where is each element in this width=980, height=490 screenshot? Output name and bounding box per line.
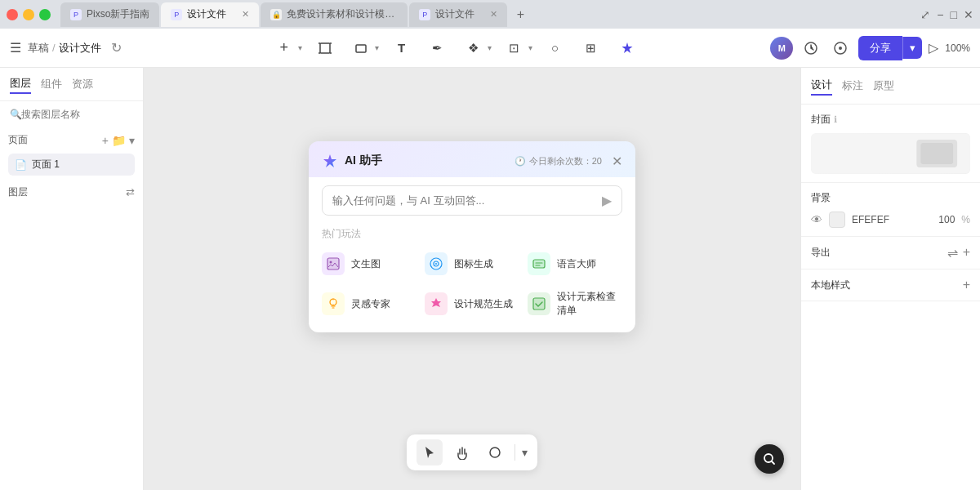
ai-tool-wentu[interactable]: 文生图 (322, 249, 416, 278)
breadcrumb-current[interactable]: 设计文件 (59, 41, 101, 56)
background-title: 背景 (811, 191, 831, 205)
ai-tool-inspiration[interactable]: 灵感专家 (322, 287, 416, 321)
share-dropdown-button[interactable]: ▾ (902, 37, 922, 59)
wentu-icon-svg (326, 256, 341, 271)
icon-gen-icon (425, 252, 448, 275)
rect-tool-button[interactable] (348, 35, 374, 61)
ai-logo-icon (322, 153, 338, 169)
background-color-swatch[interactable] (829, 212, 845, 228)
component-tool-button[interactable]: ❖ (461, 35, 487, 61)
toolbar-separator (514, 444, 515, 461)
search-fab-button[interactable] (755, 444, 784, 474)
ai-tool-language[interactable]: 语言大师 (528, 249, 622, 278)
ai-tool-design-spec[interactable]: 设计规范生成 (425, 287, 519, 321)
ai-tool-button[interactable] (614, 35, 640, 61)
add-tool-button[interactable]: + (271, 35, 297, 61)
close-icon[interactable]: ✕ (964, 8, 973, 21)
tab-2-label: 设计文件 (187, 7, 226, 21)
browser-tabs: P Pixso新手指南 P 设计文件 ✕ 🔒 免费设计素材和设计模板，尽在Pix… (60, 0, 911, 29)
app-container: ☰ 草稿 / 设计文件 ↻ + ▾ (0, 29, 980, 490)
tab-prototype[interactable]: 原型 (873, 77, 894, 95)
page-folder-button[interactable]: 📁 (112, 134, 126, 147)
window-close-button[interactable] (7, 9, 18, 20)
share-button[interactable]: 分享 (858, 36, 902, 60)
pages-actions: + 📁 ▾ (102, 134, 135, 147)
mask-tool-group: ⊡ ▾ (501, 35, 532, 61)
menu-icon[interactable]: ☰ (10, 40, 21, 56)
export-title: 导出 (811, 246, 831, 260)
tab-layers[interactable]: 图层 (10, 74, 31, 94)
breadcrumb-root[interactable]: 草稿 (28, 41, 49, 56)
ai-close-button[interactable]: ✕ (612, 154, 622, 169)
tab-4-close-icon[interactable]: ✕ (490, 9, 497, 20)
more-tools-button[interactable]: ▾ (522, 446, 528, 459)
ai-input-field[interactable] (332, 194, 595, 207)
ai-dialog-header: AI 助手 🕐 今日剩余次数：20 ✕ (309, 141, 635, 177)
ai-send-button[interactable]: ▶ (602, 193, 612, 208)
cloud-sync-icon[interactable]: ↻ (111, 40, 122, 56)
background-opacity-value[interactable]: 100 (938, 214, 955, 225)
background-opacity-unit: % (961, 214, 970, 225)
browser-tab-3[interactable]: 🔒 免费设计素材和设计模板，尽在Pixso资源社... (261, 2, 408, 27)
ai-tool-checklist[interactable]: 设计元素检查清单 (528, 287, 622, 321)
restore-icon[interactable]: ⤢ (920, 8, 930, 21)
background-visibility-icon[interactable]: 👁 (811, 213, 822, 226)
ai-dialog-title-text: AI 助手 (345, 154, 382, 168)
more-tool-button[interactable]: ⊞ (578, 35, 604, 61)
browser-tab-1[interactable]: P Pixso新手指南 (60, 2, 159, 27)
star-icon[interactable] (829, 37, 852, 60)
wentu-icon (322, 252, 345, 275)
icon-gen-label: 图标生成 (454, 257, 493, 271)
export-add-button[interactable]: + (963, 245, 970, 261)
right-panel: 设计 标注 原型 封面 ℹ (800, 68, 980, 490)
mask-tool-button[interactable]: ⊡ (501, 35, 528, 61)
tab-annotation[interactable]: 标注 (842, 77, 863, 95)
tab-3-label: 免费设计素材和设计模板，尽在Pixso资源社... (287, 7, 398, 21)
tab-design[interactable]: 设计 (811, 76, 832, 96)
left-panel: 图层 组件 资源 🔍 页面 + 📁 ▾ 📄 (0, 68, 144, 490)
local-style-add-button[interactable]: + (963, 278, 970, 292)
circle-tool-button[interactable] (482, 439, 508, 466)
cover-info-icon[interactable]: ℹ (834, 114, 837, 125)
breadcrumb: 草稿 / 设计文件 (28, 41, 101, 56)
zoom-level[interactable]: 100% (945, 42, 970, 54)
tab-2-close-icon[interactable]: ✕ (242, 9, 249, 20)
ai-tool-icon-gen[interactable]: 图标生成 (425, 249, 519, 278)
window-minimize-button[interactable] (23, 9, 34, 20)
text-tool-button[interactable]: T (389, 35, 415, 61)
play-button[interactable]: ▷ (929, 40, 938, 56)
tab-assets[interactable]: 资源 (72, 75, 93, 93)
select-tool-button[interactable] (416, 439, 443, 466)
add-tool-group: + ▾ (271, 35, 302, 61)
rect-tool-arrow[interactable]: ▾ (375, 43, 379, 52)
svg-point-20 (490, 448, 500, 457)
browser-tab-2[interactable]: P 设计文件 ✕ (161, 2, 259, 27)
export-settings-icon[interactable]: ⇌ (947, 245, 958, 261)
ai-usage-text: 今日剩余次数：20 (529, 155, 602, 167)
hand-tool-button[interactable] (449, 439, 475, 466)
component-tool-group: ❖ ▾ (461, 35, 492, 61)
user-avatar[interactable]: M (770, 37, 793, 60)
frame-tool-button[interactable] (312, 35, 338, 61)
add-tool-arrow[interactable]: ▾ (298, 43, 302, 52)
page-more-button[interactable]: ▾ (129, 134, 135, 147)
cover-preview-svg (811, 133, 970, 174)
canvas-area[interactable]: AI 助手 🕐 今日剩余次数：20 ✕ ▶ (144, 68, 800, 490)
share-history-icon[interactable] (800, 37, 822, 60)
toolbar-left: ☰ 草稿 / 设计文件 ↻ (10, 40, 140, 56)
component-tool-arrow[interactable]: ▾ (488, 43, 492, 52)
maximize-icon[interactable]: □ (951, 8, 957, 21)
layers-options-icon[interactable]: ⇄ (126, 186, 135, 198)
search-input[interactable] (8, 109, 135, 120)
page-item-1[interactable]: 📄 页面 1 (8, 154, 135, 176)
mask-tool-arrow[interactable]: ▾ (528, 43, 532, 52)
add-page-button[interactable]: + (102, 134, 109, 147)
background-color-value[interactable]: EFEFEF (852, 214, 932, 225)
new-tab-button[interactable]: + (509, 3, 532, 26)
tab-components[interactable]: 组件 (41, 75, 62, 93)
pen-tool-button[interactable]: ✒ (425, 35, 451, 61)
ellipse-tool-button[interactable]: ○ (542, 35, 568, 61)
browser-tab-4[interactable]: P 设计文件 ✕ (409, 2, 507, 27)
minimize-icon[interactable]: − (937, 8, 943, 21)
window-maximize-button[interactable] (39, 9, 51, 20)
